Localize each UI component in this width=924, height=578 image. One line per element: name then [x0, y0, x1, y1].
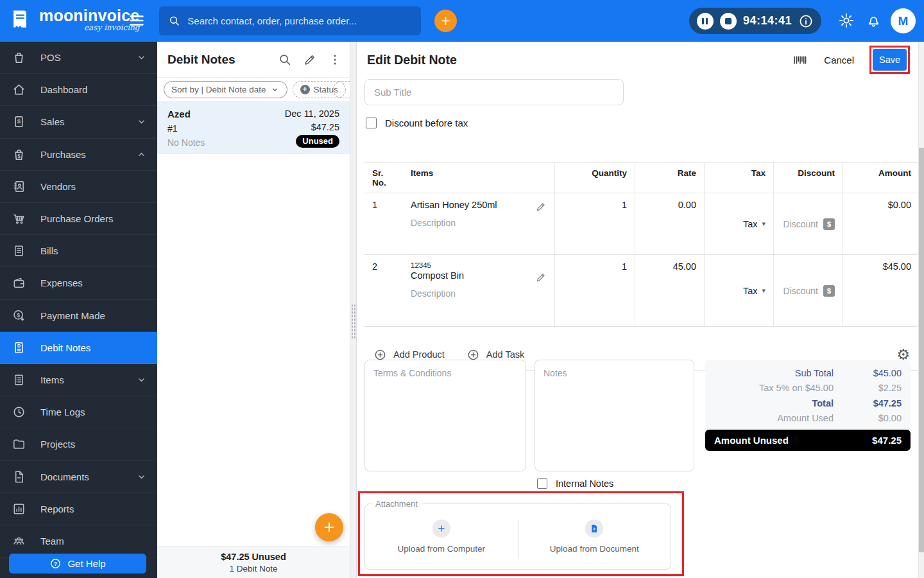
sidebar-item-projects[interactable]: Projects — [0, 428, 157, 460]
upload-computer-label: Upload from Computer — [397, 544, 485, 554]
scrollbar-thumb[interactable] — [919, 148, 924, 552]
cancel-button[interactable]: Cancel — [824, 55, 854, 66]
timer-pause-button[interactable] — [697, 13, 714, 30]
sidebar-item-label: Dashboard — [40, 84, 147, 95]
vertical-scrollbar[interactable] — [918, 42, 924, 578]
cart-icon — [12, 211, 26, 226]
sidebar-item-documents[interactable]: Documents — [0, 460, 157, 493]
notifications-bell-icon[interactable] — [866, 12, 882, 28]
tax-label: Tax 5% on $45.00 — [714, 383, 850, 393]
discount-currency-toggle[interactable]: $ — [823, 285, 835, 297]
discount-label[interactable]: Discount — [783, 286, 818, 296]
pause-icon — [702, 18, 708, 24]
tax-label: Tax — [743, 219, 758, 229]
row-sr-no: 2 — [364, 255, 403, 326]
col-header-amount: Amount — [843, 163, 919, 193]
plus-icon — [440, 15, 452, 27]
amount-unused-value: $47.25 — [872, 435, 902, 446]
discount-label[interactable]: Discount — [783, 219, 818, 229]
row-quantity[interactable]: 1 — [554, 193, 635, 254]
get-help-button[interactable]: Get Help — [9, 554, 146, 574]
item-name[interactable]: Artisan Honey 250ml — [411, 200, 535, 210]
chevron-down-icon — [136, 471, 147, 482]
debit-note-date: Dec 11, 2025 — [285, 109, 339, 119]
sidebar-item-purchases[interactable]: Purchases — [0, 139, 157, 171]
brand-logo[interactable]: mooninvoice easy invoicing — [9, 7, 139, 32]
terms-and-conditions-textarea[interactable] — [364, 360, 526, 471]
timer-info-icon[interactable] — [798, 13, 814, 29]
more-options-icon[interactable] — [328, 53, 342, 67]
sidebar-item-pos[interactable]: POS — [0, 42, 157, 74]
save-button[interactable]: Save — [873, 49, 907, 71]
sub-title-input[interactable] — [364, 79, 624, 105]
stop-icon — [725, 18, 732, 24]
upload-from-document-button[interactable]: Upload from Document — [518, 520, 671, 559]
hamburger-menu-icon[interactable] — [127, 12, 146, 30]
list-panel-title: Debit Notes — [167, 53, 278, 67]
edit-debit-note-panel: Edit Debit Note Cancel Save Discount bef… — [357, 42, 924, 578]
purchases-bag-icon — [12, 147, 26, 162]
sidebar-item-debit-notes[interactable]: Debit Notes — [0, 332, 157, 364]
notes-textarea[interactable] — [535, 360, 694, 471]
row-tax-dropdown[interactable]: Tax ▾ — [704, 255, 773, 326]
settings-gear-icon[interactable] — [838, 12, 855, 29]
row-quantity[interactable]: 1 — [554, 255, 635, 326]
item-name[interactable]: Compost Bin — [411, 270, 535, 281]
row-tax-dropdown[interactable]: Tax ▾ — [704, 193, 773, 254]
sidebar-item-vendors[interactable]: Vendors — [0, 171, 157, 203]
debit-note-list-item[interactable]: Azed #1 No Notes Dec 11, 2025 $47.25 Unu… — [157, 101, 350, 154]
sidebar-item-label: Items — [40, 374, 122, 385]
sidebar-item-reports[interactable]: Reports — [0, 493, 157, 525]
row-rate[interactable]: 0.00 — [635, 193, 704, 254]
sidebar-item-purchase-orders[interactable]: Purchase Orders — [0, 203, 157, 235]
user-avatar[interactable]: M — [891, 8, 916, 33]
add-task-label: Add Task — [486, 349, 524, 360]
more-filter-chip[interactable] — [333, 81, 350, 98]
items-list-icon — [12, 372, 26, 387]
row-rate[interactable]: 45.00 — [635, 255, 704, 326]
edit-item-pencil-icon[interactable] — [535, 272, 547, 283]
discount-currency-toggle[interactable]: $ — [823, 218, 835, 230]
panel-resize-divider[interactable] — [350, 42, 357, 578]
internal-notes-checkbox[interactable] — [537, 478, 547, 489]
sidebar-item-bills[interactable]: Bills — [0, 235, 157, 267]
edit-pencil-icon[interactable] — [303, 53, 317, 67]
total-unused-summary: $47.25 Unused — [221, 552, 286, 562]
global-search[interactable] — [159, 6, 421, 35]
home-icon — [12, 82, 26, 97]
sidebar-item-label: Bills — [40, 245, 147, 256]
caret-down-icon: ▾ — [762, 286, 766, 295]
sidebar-item-team[interactable]: Team — [0, 525, 157, 557]
sort-by-chip[interactable]: Sort by | Debit Note date — [164, 81, 287, 98]
sidebar-item-items[interactable]: Items — [0, 364, 157, 396]
sales-document-icon — [12, 114, 26, 129]
edit-item-pencil-icon[interactable] — [535, 201, 547, 213]
search-icon[interactable] — [278, 53, 292, 67]
sidebar-item-sales[interactable]: Sales — [0, 106, 157, 138]
item-description-placeholder[interactable]: Description — [411, 218, 547, 228]
sidebar-item-label: Sales — [40, 116, 122, 127]
upload-from-computer-button[interactable]: Upload from Computer — [365, 520, 518, 559]
sidebar-item-time-logs[interactable]: Time Logs — [0, 396, 157, 428]
folder-icon — [12, 437, 26, 451]
timer-stop-button[interactable] — [720, 13, 737, 30]
save-annotation-box: Save — [869, 46, 910, 74]
list-panel-header: Debit Notes — [157, 42, 350, 78]
barcode-scan-icon[interactable] — [791, 51, 809, 69]
debit-note-number: #1 — [167, 123, 285, 134]
discount-before-tax-checkbox[interactable] — [366, 118, 377, 128]
vendors-book-icon — [12, 179, 26, 194]
add-debit-note-button[interactable] — [315, 513, 343, 541]
total-label: Total — [714, 398, 850, 408]
amount-unused-label: Amount Unused — [714, 435, 872, 446]
discount-before-tax-row: Discount before tax — [366, 118, 468, 128]
global-search-input[interactable] — [187, 15, 412, 26]
sidebar-item-payment-made[interactable]: Payment Made — [0, 300, 157, 332]
item-description-placeholder[interactable]: Description — [411, 288, 547, 299]
payment-coin-icon — [12, 308, 26, 323]
row-item-cell: 12345 Compost Bin Description — [403, 255, 554, 326]
sidebar-item-dashboard[interactable]: Dashboard — [0, 74, 157, 106]
quick-add-button[interactable] — [434, 10, 457, 32]
sidebar-item-expenses[interactable]: Expenses — [0, 267, 157, 299]
sidebar-item-label: Purchases — [40, 149, 122, 160]
